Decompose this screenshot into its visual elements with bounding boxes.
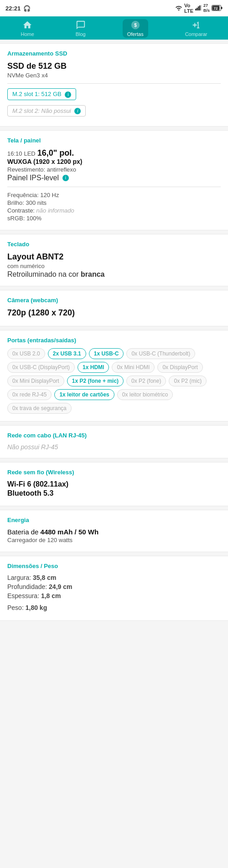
tab-comparar-label: Comparar [185, 31, 207, 37]
slot2-info-icon[interactable]: i [74, 108, 81, 114]
screen-brightness: Brilho: 300 nits [7, 199, 221, 206]
tab-home-label: Home [21, 31, 34, 37]
storage-slots: M.2 slot 1: 512 GB i M.2 slot 2: Não pos… [7, 88, 221, 119]
tab-blog-label: Blog [76, 31, 86, 37]
port-tag-10: 0x P2 (fone) [126, 376, 166, 386]
section-wireless: Rede sem fio (Wireless) Wi-Fi 6 (802.11a… [0, 462, 228, 506]
wired-value: Não possui RJ-45 [7, 443, 221, 451]
slot1-info-icon[interactable]: i [65, 91, 71, 98]
dim-thickness-value: 1,8 cm [41, 592, 61, 599]
svg-rect-7 [221, 7, 223, 9]
slot2-chip: M.2 slot 2: Não possui i [7, 105, 221, 119]
wireless-bluetooth: Bluetooth 5.3 [7, 489, 221, 497]
dim-thickness: Espessura: 1,8 cm [7, 592, 221, 599]
screen-resolution: WUXGA (1920 x 1200 px) [7, 158, 221, 165]
tab-blog[interactable]: Blog [71, 19, 90, 38]
wireless-wifi: Wi-Fi 6 (802.11ax) [7, 480, 221, 488]
keyboard-backlight-color: branca [81, 270, 104, 278]
wireless-title: Rede sem fio (Wireless) [7, 469, 221, 476]
camera-spec: 720p (1280 x 720) [7, 308, 221, 318]
section-dimensions: Dimensões / Peso Largura: 35,8 cm Profun… [0, 556, 228, 621]
svg-text:72: 72 [214, 6, 218, 10]
port-tag-8: 0x Mini DisplayPort [7, 376, 64, 386]
svg-rect-0 [195, 9, 197, 10]
svg-text:$: $ [134, 23, 137, 28]
tab-home[interactable]: Home [16, 19, 38, 38]
screen-contrast-value: não informado [36, 207, 74, 214]
dim-depth: Profundidade: 24,9 cm [7, 583, 221, 590]
screen-title: Tela / painel [7, 137, 221, 144]
section-wired-network: Rede com cabo (LAN RJ-45) Não possui RJ-… [0, 425, 228, 458]
slot1-label: M.2 slot 1: 512 GB i [7, 88, 76, 100]
port-tag-11: 0x P2 (mic) [169, 376, 207, 386]
screen-panel-row: Painel IPS-level i [7, 174, 221, 182]
screen-panel: Painel IPS-level [7, 174, 59, 182]
dim-weight-value: 1,80 kg [26, 604, 47, 611]
screen-type: LED [24, 150, 35, 157]
wired-title: Rede com cabo (LAN RJ-45) [7, 432, 221, 439]
tab-ofertas-label: Ofertas [127, 31, 144, 37]
screen-ratio: 16:10 [7, 150, 22, 157]
port-tag-15: 0x trava de segurança [7, 403, 72, 414]
port-tag-1: 2x USB 3.1 [48, 348, 86, 359]
ports-tags: 0x USB 2.02x USB 3.11x USB-C0x USB-C (Th… [7, 348, 221, 414]
keyboard-layout: Layout ABNT2 [7, 252, 221, 262]
port-tag-3: 0x USB-C (Thunderbolt) [126, 348, 195, 359]
section-camera: Câmera (webcam) 720p (1280 x 720) [0, 290, 228, 326]
wifi-icon [175, 5, 182, 11]
dimensions-title: Dimensões / Peso [7, 563, 221, 569]
dim-depth-value: 24,9 cm [49, 583, 72, 590]
svg-rect-2 [198, 6, 199, 10]
svg-rect-4 [201, 5, 202, 10]
bluetooth-icon: 🎧 [23, 5, 31, 12]
keyboard-title: Teclado [7, 241, 221, 248]
dim-width: Largura: 35,8 cm [7, 574, 221, 581]
panel-info-icon[interactable]: i [62, 175, 69, 181]
section-keyboard: Teclado Layout ABNT2 com numérico Retroi… [0, 234, 228, 286]
status-bar: 22:21 🎧 VoLTE 27B/s 72 [0, 0, 228, 16]
section-storage: Armazenamento SSD SSD de 512 GB NVMe Gen… [0, 43, 228, 127]
battery-icon: 72 [212, 5, 223, 12]
screen-contrast: Contraste: não informado [7, 207, 221, 214]
slot1-chip: M.2 slot 1: 512 GB i [7, 88, 221, 102]
keyboard-backlight: Retroiluminado na cor branca [7, 270, 221, 279]
signal-icon [195, 5, 202, 11]
power-title: Energia [7, 517, 221, 523]
port-tag-6: 0x Mini HDMI [112, 362, 155, 373]
dim-weight: Peso: 1,80 kg [7, 604, 221, 611]
lte-label: VoLTE [184, 3, 193, 14]
status-left: 22:21 🎧 [5, 5, 31, 12]
speed-label: 27B/s [203, 3, 210, 13]
power-charger: Carregador de 120 watts [7, 537, 221, 543]
port-tag-7: 0x DisplayPort [157, 362, 202, 373]
slot2-label: M.2 slot 2: Não possui i [7, 105, 86, 117]
port-tag-2: 1x USB-C [89, 348, 124, 359]
screen-size: 16,0" pol. [37, 148, 74, 157]
port-tag-4: 0x USB-C (DisplayPort) [7, 362, 75, 373]
port-tag-13: 1x leitor de cartões [54, 389, 114, 400]
tab-comparar[interactable]: Comparar [181, 19, 212, 38]
svg-rect-1 [197, 8, 198, 10]
camera-title: Câmera (webcam) [7, 297, 221, 304]
screen-header: 16:10 LED 16,0" pol. [7, 148, 221, 158]
screen-srgb: sRGB: 100% [7, 215, 221, 222]
port-tag-5: 1x HDMI [78, 362, 109, 373]
svg-rect-3 [199, 5, 201, 10]
tab-ofertas[interactable]: $ Ofertas [123, 19, 148, 38]
storage-title: Armazenamento SSD [7, 50, 221, 57]
port-tag-0: 0x USB 2.0 [7, 348, 45, 359]
port-tag-9: 1x P2 (fone + mic) [67, 376, 124, 386]
status-time: 22:21 [5, 5, 21, 12]
port-tag-14: 0x leitor biométrico [117, 389, 173, 400]
navigation-tabs[interactable]: Home Blog $ Ofertas Comparar [0, 16, 228, 40]
screen-coating: Revestimento: antirreflexo [7, 166, 221, 173]
storage-sub: NVMe Gen3 x4 [7, 72, 221, 79]
port-tag-12: 0x rede RJ-45 [7, 389, 52, 400]
dim-width-value: 35,8 cm [33, 574, 56, 581]
status-right: VoLTE 27B/s 72 [175, 3, 223, 14]
section-screen: Tela / painel 16:10 LED 16,0" pol. WUXGA… [0, 130, 228, 230]
storage-main: SSD de 512 GB [7, 61, 221, 71]
section-power: Energia Bateria de 4480 mAh / 50 Wh Carr… [0, 510, 228, 552]
power-battery-value: 4480 mAh / 50 Wh [41, 528, 99, 536]
keyboard-numeric: com numérico [7, 263, 221, 269]
